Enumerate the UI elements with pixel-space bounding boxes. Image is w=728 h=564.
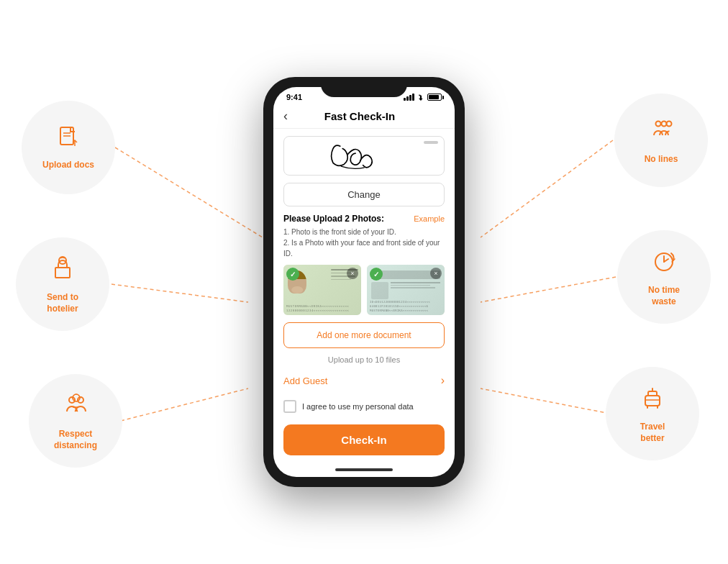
consent-row: I agree to use my personal data bbox=[283, 397, 445, 416]
scene: Upload docs Send to hotelier bbox=[0, 0, 728, 564]
home-bar bbox=[335, 468, 393, 471]
battery-icon bbox=[427, 94, 442, 101]
phone-notch bbox=[321, 77, 407, 97]
example-link[interactable]: Example bbox=[414, 214, 445, 223]
consent-label: I agree to use my personal data bbox=[302, 402, 414, 411]
screen-content: Change Please Upload 2 Photos: Example 1… bbox=[273, 129, 455, 463]
signature-svg bbox=[284, 137, 444, 175]
id-image-front: × bbox=[283, 265, 361, 315]
instruction-1: 1. Photo is the front side of your ID. bbox=[283, 227, 445, 237]
svg-line-0 bbox=[115, 147, 263, 237]
id-back-mrz-3: MUSTERMANN<<ERIKA<<<<<<<<<<<<< bbox=[370, 309, 442, 312]
send-hotelier-icon bbox=[48, 253, 77, 288]
svg-point-17 bbox=[662, 122, 667, 127]
feature-travel-better: Travel better bbox=[606, 367, 699, 460]
feature-send-hotelier: Send to hotelier bbox=[16, 237, 109, 331]
upload-instructions: 1. Photo is the front side of your ID. 2… bbox=[283, 227, 445, 259]
svg-line-3 bbox=[481, 140, 613, 237]
upload-docs-icon bbox=[55, 124, 81, 155]
phone-frame: 9:41 ⮯ ‹ Fast Check-In bbox=[263, 77, 465, 487]
instruction-2: 2. Is a Photo with your face and front s… bbox=[283, 237, 445, 259]
id-mrz-2: 1220000001234<<<<<<<<<<<<<<<<< bbox=[286, 309, 358, 312]
id-back-check bbox=[370, 268, 383, 281]
svg-line-2 bbox=[121, 388, 248, 421]
svg-rect-20 bbox=[645, 396, 660, 406]
status-icons: ⮯ bbox=[404, 94, 442, 101]
add-guest-chevron: › bbox=[441, 374, 445, 387]
svg-point-16 bbox=[656, 122, 661, 127]
id-front-check bbox=[286, 268, 299, 281]
phone-screen: 9:41 ⮯ ‹ Fast Check-In bbox=[273, 87, 455, 477]
id-back-close[interactable]: × bbox=[430, 268, 442, 279]
feature-no-lines: No lines bbox=[614, 94, 708, 187]
upload-limit-text: Upload up to 10 files bbox=[283, 355, 445, 364]
no-lines-label: No lines bbox=[645, 154, 678, 165]
send-hotelier-label: Send to hotelier bbox=[47, 292, 78, 314]
nav-bar: ‹ Fast Check-In bbox=[273, 104, 455, 129]
upload-title: Please Upload 2 Photos: bbox=[283, 214, 384, 224]
status-time: 9:41 bbox=[286, 93, 302, 101]
id-images-row: × bbox=[283, 265, 445, 315]
page-title: Fast Check-In bbox=[288, 110, 432, 122]
upload-docs-label: Upload docs bbox=[42, 160, 94, 171]
svg-line-5 bbox=[481, 388, 610, 414]
consent-checkbox[interactable] bbox=[283, 400, 296, 413]
svg-line-1 bbox=[112, 284, 248, 302]
respect-distancing-icon bbox=[61, 390, 90, 424]
upload-section: Please Upload 2 Photos: Example 1. Photo… bbox=[283, 214, 445, 315]
svg-point-18 bbox=[667, 122, 672, 127]
svg-rect-10 bbox=[55, 268, 70, 278]
no-time-waste-label: No time waste bbox=[648, 285, 680, 307]
travel-better-icon bbox=[638, 383, 667, 417]
no-time-waste-icon bbox=[650, 246, 678, 281]
id-front-close[interactable]: × bbox=[347, 268, 358, 279]
wifi-icon: ⮯ bbox=[417, 94, 424, 101]
add-guest-row[interactable]: Add Guest › bbox=[283, 371, 445, 390]
checkin-button[interactable]: Check-In bbox=[283, 424, 445, 455]
upload-title-row: Please Upload 2 Photos: Example bbox=[283, 214, 445, 224]
signal-icon bbox=[404, 94, 414, 101]
scroll-indicator bbox=[424, 141, 438, 144]
feature-upload-docs: Upload docs bbox=[22, 101, 115, 194]
respect-distancing-label: Respect distancing bbox=[54, 429, 97, 451]
change-button[interactable]: Change bbox=[283, 183, 445, 206]
add-document-button[interactable]: Add one more document bbox=[283, 322, 445, 348]
travel-better-label: Travel better bbox=[640, 422, 665, 444]
id-image-back: × bbox=[367, 265, 445, 315]
svg-line-4 bbox=[481, 277, 616, 302]
home-indicator bbox=[273, 463, 455, 477]
feature-respect-distancing: Respect distancing bbox=[29, 374, 122, 468]
no-lines-icon bbox=[647, 115, 675, 150]
add-guest-label: Add Guest bbox=[283, 376, 327, 386]
feature-no-time-waste: No time waste bbox=[617, 230, 711, 324]
signature-area bbox=[283, 136, 445, 176]
